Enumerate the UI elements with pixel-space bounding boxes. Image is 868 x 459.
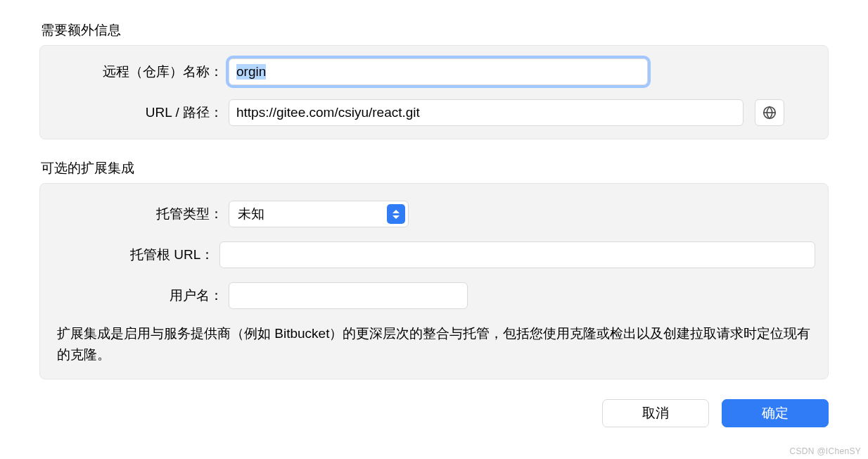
url-label: URL / 路径： [53,103,229,122]
ok-button[interactable]: 确定 [722,399,829,427]
watermark-text: CSDN @IChenSY [790,446,861,456]
browse-url-button[interactable] [755,99,784,126]
optional-hint-text: 扩展集成是启用与服务提供商（例如 Bitbucket）的更深层次的整合与托管，包… [53,323,815,366]
remote-name-label: 远程（仓库）名称： [53,63,229,81]
host-type-select[interactable]: 未知 [229,201,409,227]
root-url-row: 托管根 URL： [53,241,815,268]
username-row: 用户名： [53,282,815,309]
required-panel: 远程（仓库）名称： URL / 路径： [39,45,829,139]
required-section-title: 需要额外信息 [41,21,829,39]
optional-panel: 托管类型： 未知 托管根 URL： 用户名： 扩展集成是启用与服务提供商（例如 … [39,183,829,379]
remote-name-row: 远程（仓库）名称： [53,58,815,85]
url-row: URL / 路径： [53,99,815,126]
url-input[interactable] [229,99,743,126]
root-url-label: 托管根 URL： [53,246,219,264]
optional-section-title: 可选的扩展集成 [41,159,829,177]
chevron-updown-icon [387,204,405,224]
host-type-row: 托管类型： 未知 [53,201,815,227]
globe-icon [762,105,777,120]
username-input[interactable] [229,282,468,309]
footer-buttons: 取消 确定 [39,399,829,427]
remote-name-input[interactable] [229,58,648,85]
host-type-selected-value: 未知 [238,205,264,223]
username-label: 用户名： [53,287,229,305]
root-url-input[interactable] [219,241,815,268]
host-type-label: 托管类型： [53,205,229,223]
cancel-button[interactable]: 取消 [602,399,709,427]
